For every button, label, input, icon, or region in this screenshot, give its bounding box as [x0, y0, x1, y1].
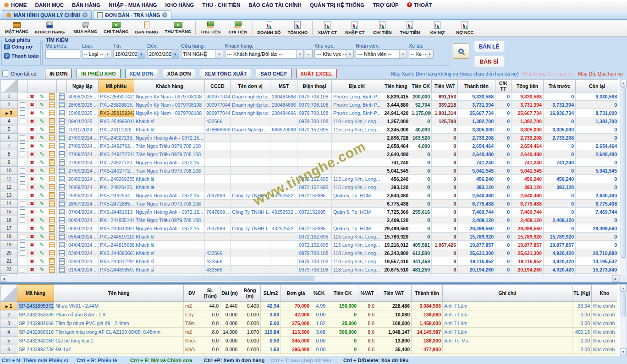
col-tien-hang[interactable]: Tiền hàng [382, 80, 410, 92]
delete-icon[interactable]: ✖ [30, 184, 34, 190]
delete-icon[interactable]: ✖ [30, 225, 34, 232]
warehouse-slip-icon[interactable] [49, 102, 55, 108]
view-doc-icon[interactable] [59, 266, 65, 273]
edit-icon[interactable]: ✎ [39, 250, 44, 256]
scroll-thumb[interactable] [621, 293, 626, 316]
toolbar-chi-t-hang[interactable]: CHI T.HÀNG [100, 20, 132, 37]
col-thanh-tien[interactable]: Thành tiền [458, 80, 495, 92]
row-checkbox[interactable] [20, 234, 25, 239]
menu-item-kho-hang[interactable]: KHO HÀNG [165, 2, 194, 8]
row-checkbox[interactable] [20, 226, 25, 231]
menu-item-tro-giup[interactable]: TRỢ GIÚP [373, 2, 398, 8]
view-doc-icon[interactable] [59, 184, 65, 190]
order-row[interactable]: 8✖✎27/09/2024 ...PXS-249272740Trần Ngọc … [0, 150, 619, 158]
scroll-thumb[interactable] [621, 87, 626, 258]
order-row[interactable]: 19✖✎04/04/2024 ...PXL-244815688Khách lẻ0… [0, 241, 619, 249]
toolbar-thu-tien[interactable]: THU TIỀN [197, 20, 224, 37]
delete-icon[interactable]: ✖ [30, 168, 34, 174]
orders-vscrollbar[interactable]: ▲ ▼ [620, 79, 627, 282]
view-doc-icon[interactable] [59, 201, 65, 207]
view-doc-icon[interactable] [59, 209, 65, 215]
col-dien-thoai[interactable]: Điện thoại [297, 80, 332, 92]
edit-icon[interactable]: ✎ [39, 159, 44, 166]
delete-icon[interactable]: ✖ [30, 143, 34, 149]
order-row[interactable]: 1✖✎30/08/2025 ...PXS-258307421Nguyễn Kỳ … [0, 92, 619, 101]
toolbar-chi-tien[interactable]: CHI TIỀN [224, 20, 252, 37]
tu-datepicker[interactable]: 18/02/2023▼ [113, 49, 145, 59]
warehouse-slip-icon[interactable] [49, 250, 55, 256]
edit-icon[interactable]: ✎ [39, 258, 44, 265]
edit-icon[interactable]: ✎ [39, 242, 44, 248]
row-checkbox[interactable] [20, 135, 25, 141]
row-checkbox[interactable] [20, 201, 25, 206]
filter-check-cong-no[interactable]: ✓Công nợ [4, 44, 40, 49]
view-doc-icon[interactable] [59, 102, 65, 108]
row-checkbox[interactable] [20, 259, 25, 264]
delete-icon[interactable]: ✖ [30, 192, 34, 199]
edit-icon[interactable]: ✎ [39, 225, 44, 232]
order-row[interactable]: 20✖✎03/04/2024 ...PXS-244893663Khách sỉ4… [0, 249, 619, 257]
warehouse-slip-icon[interactable] [49, 176, 55, 182]
chevron-down-icon[interactable]: ▼ [215, 50, 223, 58]
col-ghi-chu[interactable]: Ghi chú [443, 285, 572, 302]
edit-icon[interactable]: ✎ [39, 266, 44, 273]
warehouse-slip-icon[interactable] [49, 217, 55, 223]
edit-icon[interactable]: ✎ [39, 209, 44, 215]
delete-icon[interactable]: ✖ [30, 135, 34, 141]
row-checkbox[interactable] [20, 143, 25, 149]
order-row[interactable]: 5✖✎10/11/2024 ...PXL-24111026...Khách lẻ… [0, 125, 619, 134]
warehouse-slip-icon[interactable] [49, 151, 55, 158]
col-sl-m2[interactable]: SL/m2 [261, 285, 281, 302]
col-kho[interactable]: Kho [592, 285, 618, 302]
scroll-up-icon[interactable]: ▲ [620, 285, 627, 292]
col-con-lai[interactable]: Còn lại [576, 80, 619, 92]
col-vat[interactable]: %VAT [358, 285, 376, 302]
ban-si-button[interactable]: BÁN SỈ [474, 56, 504, 67]
edit-icon[interactable]: ✎ [39, 102, 44, 108]
order-row[interactable]: 16✖✎06/04/2024 ...PXL-244855144Trần Ngọc… [0, 216, 619, 224]
menu-item-nhap-mua-hang[interactable]: NHẬP - MUA HÀNG [109, 2, 157, 8]
edit-icon[interactable]: ✎ [39, 93, 44, 100]
warehouse-slip-icon[interactable] [49, 242, 55, 248]
edit-icon[interactable]: ✎ [39, 201, 44, 207]
view-doc-icon[interactable] [59, 110, 65, 116]
view-doc-icon[interactable] [59, 192, 65, 199]
edit-icon[interactable]: ✎ [39, 184, 44, 190]
orders-hscrollbar[interactable]: ◀ ▶ [0, 275, 620, 282]
col-ma-hang[interactable]: Mã hàng [17, 285, 54, 302]
order-row[interactable]: 14✖✎28/07/2024 ...PXS-2472885...Trần Ngọ… [0, 200, 619, 208]
ban-le-button[interactable]: BÁN LẺ [474, 41, 504, 52]
xe-tai-select[interactable]: -- Xe --▼ [409, 49, 434, 59]
menu-item-bao-cao-tai-chinh[interactable]: BÁO CÁO TÀI CHÍNH [248, 2, 302, 8]
col-tien-ck[interactable]: Tiền CK [327, 285, 358, 302]
item-row[interactable]: 6SP-2432993739Đá 1x2Khối0.00.0000.0001.5… [0, 345, 618, 354]
scroll-thumb[interactable] [42, 276, 314, 281]
delete-icon[interactable]: ✖ [30, 266, 34, 273]
row-checkbox[interactable] [20, 102, 25, 108]
chevron-down-icon[interactable]: ▼ [346, 50, 353, 58]
delete-icon[interactable]: ✖ [30, 126, 34, 133]
warehouse-slip-icon[interactable] [49, 135, 55, 141]
menu-item-quan-tri-he-thong[interactable]: QUẢN TRỊ HỆ THỐNG [310, 2, 364, 8]
view-doc-icon[interactable] [59, 159, 65, 166]
row-checkbox[interactable] [20, 176, 25, 182]
view-doc-icon[interactable] [59, 250, 65, 256]
warehouse-slip-icon[interactable] [49, 110, 55, 116]
row-checkbox[interactable] [20, 119, 25, 124]
edit-icon[interactable]: ✎ [39, 168, 44, 174]
col-tien-vat[interactable]: Tiền VAT [376, 285, 412, 302]
xuat-excel-button[interactable]: XUẤT EXCEL [296, 69, 337, 78]
toolbar-mat-hang[interactable]: MẶT HÀNG [2, 20, 32, 37]
tab-man-hinh-quan-ly-chinh[interactable]: MÀN HÌNH QUẢN LÝ CHÍNH× [2, 10, 92, 19]
delete-icon[interactable]: ✖ [30, 151, 34, 158]
nhan-vien-select[interactable]: --- Nhân viên --▼ [356, 49, 407, 59]
order-row[interactable]: 7✖✎27/09/2024 ...PXS-2492762...Trần Ngọc… [0, 142, 619, 150]
delete-icon[interactable]: ✖ [30, 93, 34, 100]
col-tra-truoc[interactable]: Trả trước [544, 80, 576, 92]
view-doc-icon[interactable] [59, 151, 65, 158]
order-row[interactable]: 21✖✎02/04/2024 ...PXS-244817291Khách sỉ4… [0, 257, 619, 266]
search-button[interactable] [453, 43, 469, 59]
in-phieu-kho-button[interactable]: IN PHIẾU KHO [77, 69, 120, 78]
view-doc-icon[interactable] [59, 176, 65, 182]
warehouse-slip-icon[interactable] [49, 266, 55, 273]
